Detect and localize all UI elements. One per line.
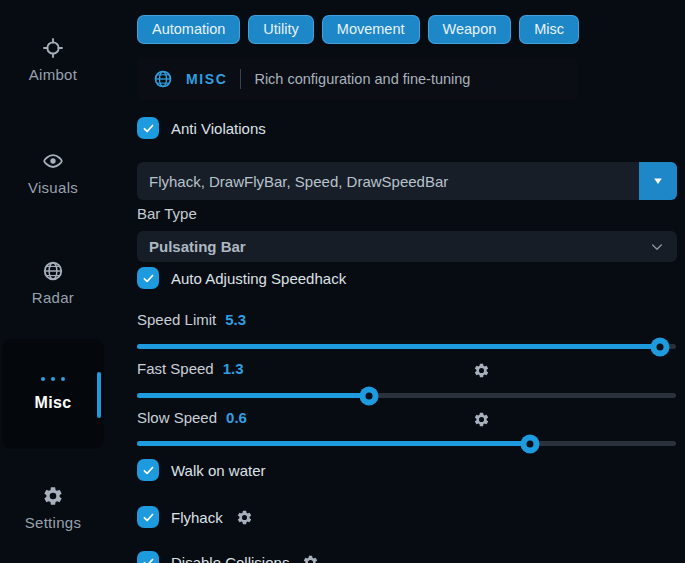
slider-fill [137, 441, 530, 446]
walk-on-water-checkbox[interactable] [137, 459, 159, 481]
disable-collisions-gear-icon[interactable] [302, 554, 319, 563]
slider-handle[interactable] [521, 434, 540, 453]
slow-speed-header: Slow Speed 0.6 [137, 409, 247, 426]
slider-label: Speed Limit [137, 311, 216, 328]
sidebar-item-aimbot[interactable]: Aimbot [0, 37, 106, 83]
bars-select-field [137, 162, 677, 200]
tab-movement[interactable]: Movement [322, 15, 420, 44]
checkbox-label: Disable Collisions [171, 554, 289, 563]
checkbox-label: Anti Violations [171, 120, 266, 137]
checkbox-label: Auto Adjusting Speedhack [171, 270, 346, 287]
sidebar-item-settings[interactable]: Settings [0, 485, 106, 531]
globe-icon [153, 69, 173, 89]
sidebar-item-misc[interactable]: Misc [2, 339, 104, 449]
disable-collisions-row[interactable]: Disable Collisions [137, 551, 319, 563]
sidebar-item-radar[interactable]: Radar [0, 260, 106, 306]
speed-limit-header: Speed Limit 5.3 [137, 311, 246, 328]
ellipsis-icon [41, 377, 65, 381]
slow-speed-slider[interactable] [137, 441, 676, 446]
tab-automation[interactable]: Automation [137, 15, 240, 44]
slider-value: 0.6 [226, 409, 247, 426]
slider-fill [137, 344, 660, 349]
sidebar: Aimbot Visuals Radar Misc Settings [0, 0, 130, 563]
app-window: Aimbot Visuals Radar Misc Settings Autom… [0, 0, 685, 563]
check-icon [142, 511, 155, 524]
category-tabs: Automation Utility Movement Weapon Misc [137, 15, 579, 44]
auto-adjusting-speedhack-row[interactable]: Auto Adjusting Speedhack [137, 267, 346, 289]
auto-adjusting-speedhack-checkbox[interactable] [137, 267, 159, 289]
sidebar-item-label: Visuals [28, 179, 78, 196]
slider-handle[interactable] [359, 386, 378, 405]
crosshair-icon [42, 37, 64, 59]
bars-input[interactable] [137, 162, 677, 200]
sidebar-item-visuals[interactable]: Visuals [0, 150, 106, 196]
checkbox-label: Walk on water [171, 462, 265, 479]
check-icon [142, 556, 155, 563]
flyhack-gear-icon[interactable] [236, 509, 253, 526]
check-icon [142, 464, 155, 477]
triangle-down-icon [651, 174, 665, 188]
dropdown-value: Pulsating Bar [149, 238, 246, 255]
fast-speed-header: Fast Speed 1.3 [137, 360, 244, 377]
tab-weapon[interactable]: Weapon [428, 15, 512, 44]
tab-misc[interactable]: Misc [519, 15, 579, 44]
flyhack-row[interactable]: Flyhack [137, 506, 253, 528]
gear-icon [42, 485, 64, 507]
slider-fill [137, 393, 369, 398]
walk-on-water-row[interactable]: Walk on water [137, 459, 265, 481]
section-title: MISC [186, 71, 227, 87]
anti-violations-checkbox[interactable] [137, 117, 159, 139]
eye-icon [42, 150, 64, 172]
slider-handle[interactable] [650, 337, 669, 356]
chevron-down-icon [649, 239, 665, 255]
active-indicator [97, 372, 101, 418]
slow-speed-gear-icon[interactable] [473, 411, 490, 428]
sidebar-item-label: Settings [25, 514, 82, 531]
bars-dropdown-button[interactable] [639, 162, 677, 200]
disable-collisions-checkbox[interactable] [137, 551, 159, 563]
divider [240, 69, 241, 89]
checkbox-label: Flyhack [171, 509, 223, 526]
sidebar-item-label: Aimbot [29, 66, 78, 83]
check-icon [142, 122, 155, 135]
bar-type-label: Bar Type [137, 205, 197, 222]
check-icon [142, 272, 155, 285]
sidebar-item-label: Radar [32, 289, 74, 306]
flyhack-checkbox[interactable] [137, 506, 159, 528]
section-subtitle: Rich configuration and fine-tuning [254, 71, 470, 87]
main-panel: Automation Utility Movement Weapon Misc … [137, 0, 677, 563]
speed-limit-slider[interactable] [137, 344, 676, 349]
sidebar-item-label: Misc [35, 394, 72, 412]
globe-icon [42, 260, 64, 282]
section-header: MISC Rich configuration and fine-tuning [137, 57, 577, 100]
fast-speed-slider[interactable] [137, 393, 676, 398]
fast-speed-gear-icon[interactable] [473, 362, 490, 379]
anti-violations-row[interactable]: Anti Violations [137, 117, 266, 139]
tab-utility[interactable]: Utility [248, 15, 313, 44]
slider-value: 5.3 [225, 311, 246, 328]
slider-label: Fast Speed [137, 360, 214, 377]
bar-type-dropdown[interactable]: Pulsating Bar [137, 231, 677, 262]
slider-value: 1.3 [223, 360, 244, 377]
slider-label: Slow Speed [137, 409, 217, 426]
